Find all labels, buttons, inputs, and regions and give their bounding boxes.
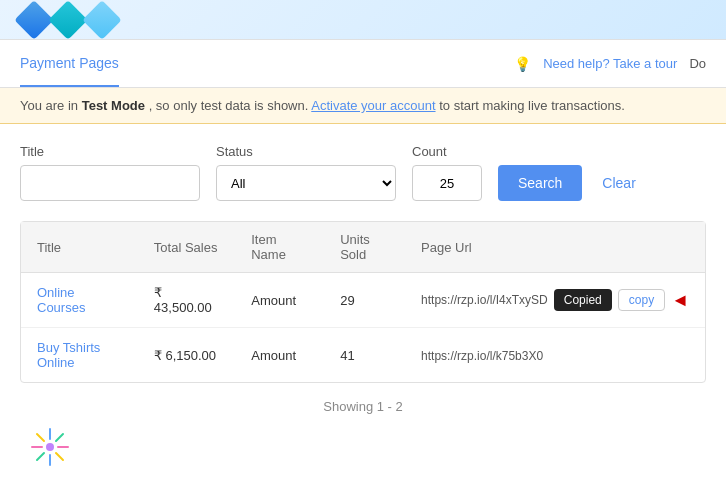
svg-line-7 <box>56 434 63 441</box>
test-mode-banner: You are in Test Mode , so only test data… <box>0 88 726 124</box>
sparkle-icon <box>30 427 70 450</box>
row1-title: Online Courses <box>21 273 138 328</box>
row1-total-sales: ₹ 43,500.00 <box>138 273 235 328</box>
clear-button[interactable]: Clear <box>598 165 639 201</box>
row2-title: Buy Tshirts Online <box>21 328 138 383</box>
help-link[interactable]: Need help? Take a tour <box>543 56 677 71</box>
search-button[interactable]: Search <box>498 165 582 201</box>
row2-title-link[interactable]: Buy Tshirts Online <box>37 340 100 370</box>
row1-page-url: https://rzp.io/l/I4xTxySD Copied copy ◄ <box>405 273 705 328</box>
col-title: Title <box>21 222 138 273</box>
row1-url-text: https://rzp.io/l/I4xTxySD <box>421 293 548 307</box>
main-content: Title Status All Count Search Clear Titl… <box>0 124 726 450</box>
svg-point-0 <box>46 443 54 450</box>
copied-tooltip: Copied <box>554 289 612 311</box>
status-filter-group: Status All <box>216 144 396 201</box>
top-nav: Payment Pages 💡 Need help? Take a tour D… <box>0 40 726 88</box>
col-page-url: Page Url <box>405 222 705 273</box>
table-body: Online Courses ₹ 43,500.00 Amount 29 htt… <box>21 273 705 383</box>
row1-units-sold: 29 <box>324 273 405 328</box>
svg-line-5 <box>37 434 44 441</box>
table-header-row: Title Total Sales Item Name Units Sold P… <box>21 222 705 273</box>
bulb-icon: 💡 <box>514 56 531 72</box>
col-total-sales: Total Sales <box>138 222 235 273</box>
nav-right: 💡 Need help? Take a tour Do <box>514 56 706 72</box>
activate-account-link[interactable]: Activate your account <box>311 98 435 113</box>
table-head: Title Total Sales Item Name Units Sold P… <box>21 222 705 273</box>
row2-page-url: https://rzp.io/l/k75b3X0 <box>405 328 705 383</box>
diamond-light-icon <box>82 0 122 39</box>
results-table: Title Total Sales Item Name Units Sold P… <box>21 222 705 382</box>
table-row: Online Courses ₹ 43,500.00 Amount 29 htt… <box>21 273 705 328</box>
table-row: Buy Tshirts Online ₹ 6,150.00 Amount 41 … <box>21 328 705 383</box>
sparkle-decoration <box>30 427 70 450</box>
filter-row: Title Status All Count Search Clear <box>20 144 706 201</box>
title-input[interactable] <box>20 165 200 201</box>
row1-copy-button[interactable]: copy <box>618 289 665 311</box>
activate-suffix: to start making live transactions. <box>439 98 625 113</box>
count-input[interactable] <box>412 165 482 201</box>
row2-url-text: https://rzp.io/l/k75b3X0 <box>421 349 543 363</box>
header-banner <box>0 0 726 40</box>
row1-title-link[interactable]: Online Courses <box>37 285 85 315</box>
row1-url-area: https://rzp.io/l/I4xTxySD Copied copy ◄ <box>421 289 689 311</box>
test-mode-label: Test Mode <box>82 98 145 113</box>
count-filter-label: Count <box>412 144 482 159</box>
payment-pages-tab[interactable]: Payment Pages <box>20 41 119 87</box>
title-filter-group: Title <box>20 144 200 201</box>
test-mode-suffix: , so only test data is shown. <box>149 98 309 113</box>
diamond-icons <box>20 6 116 34</box>
count-filter-group: Count <box>412 144 482 201</box>
more-nav: Do <box>689 56 706 71</box>
row2-total-sales: ₹ 6,150.00 <box>138 328 235 383</box>
col-item-name: Item Name <box>235 222 324 273</box>
col-units-sold: Units Sold <box>324 222 405 273</box>
row2-units-sold: 41 <box>324 328 405 383</box>
title-filter-label: Title <box>20 144 200 159</box>
status-filter-label: Status <box>216 144 396 159</box>
pagination-info: Showing 1 - 2 <box>20 383 706 430</box>
nav-left: Payment Pages <box>20 41 119 87</box>
arrow-indicator: ◄ <box>671 291 689 309</box>
results-table-container: Title Total Sales Item Name Units Sold P… <box>20 221 706 383</box>
row2-item-name: Amount <box>235 328 324 383</box>
status-select[interactable]: All <box>216 165 396 201</box>
row1-item-name: Amount <box>235 273 324 328</box>
diamond-blue-icon <box>14 0 54 39</box>
test-mode-prefix: You are in <box>20 98 82 113</box>
diamond-teal-icon <box>48 0 88 39</box>
